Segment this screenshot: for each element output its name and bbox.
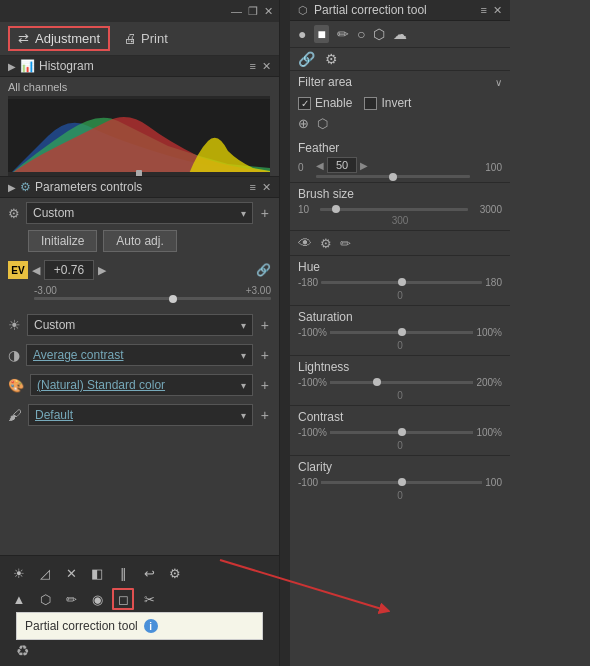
right-mask-icon[interactable]: ⬡ (317, 116, 328, 131)
contrast-right-section: Contrast -100% 100% 0 (290, 405, 510, 455)
adjustment-title-box[interactable]: ⇄ Adjustment (8, 26, 110, 51)
feather-max: 100 (474, 162, 502, 173)
params-close-icon[interactable]: ✕ (262, 181, 271, 194)
tooltip-area: Partial correction tool i (16, 612, 263, 640)
feather-value: 50 (327, 157, 357, 173)
custom-dropdown-1[interactable]: Custom ▾ (26, 202, 253, 224)
lightness-section: Lightness -100% 200% 0 (290, 355, 510, 405)
tool-clone[interactable]: ◉ (86, 588, 108, 610)
ev-slider[interactable] (0, 297, 279, 304)
ev-row: EV ◀ +0.76 ▶ 🔗 (0, 256, 279, 284)
tool-square[interactable]: ■ (314, 25, 328, 43)
contrast-max: 100% (476, 427, 502, 438)
right-close-icon[interactable]: ✕ (493, 4, 502, 17)
tool-brightness[interactable]: ☀ (8, 562, 30, 584)
toolbar-row-2: ▲ ⬡ ✏ ◉ ◻ ✂ (8, 586, 271, 612)
print-label: Print (141, 31, 168, 46)
ev-value-display: +0.76 (44, 260, 94, 280)
ev-min-label: -3.00 (34, 285, 57, 296)
invert-checkbox[interactable] (364, 97, 377, 110)
print-button[interactable]: 🖨 Print (124, 31, 168, 46)
tool-settings-right[interactable]: ⚙ (325, 51, 338, 67)
tool-dot[interactable]: ● (298, 26, 306, 42)
histogram-section-header: ▶ 📊 Histogram ≡ ✕ (0, 56, 279, 77)
tool-settings[interactable]: ⚙ (164, 562, 186, 584)
histogram-close-icon[interactable]: ✕ (262, 60, 271, 73)
add-brightness-button[interactable]: + (259, 317, 271, 333)
tool-hex[interactable]: ⬡ (373, 26, 385, 42)
recycle-row: ♻ (8, 640, 271, 662)
add-preset-button[interactable]: + (259, 205, 271, 221)
contrast-min: -100% (298, 427, 327, 438)
add-color-button[interactable]: + (259, 377, 271, 393)
enable-checkbox[interactable]: ✓ (298, 97, 311, 110)
add-contrast-button[interactable]: + (259, 347, 271, 363)
adjust-edit-icon[interactable]: ✏ (340, 236, 351, 251)
invert-checkbox-label[interactable]: Invert (364, 96, 411, 110)
maximize-button[interactable]: ❐ (248, 5, 258, 18)
tool-crop[interactable]: ◧ (86, 562, 108, 584)
params-arrow: ▶ (8, 182, 16, 193)
tool-polygon[interactable]: ⬡ (34, 588, 56, 610)
color-dropdown[interactable]: (Natural) Standard color ▾ (30, 374, 253, 396)
feather-right-arrow[interactable]: ▶ (360, 160, 368, 171)
tool-partial-correction[interactable]: ◻ (112, 588, 134, 610)
eye-icon[interactable]: 👁 (298, 235, 312, 251)
histogram-icon: 📊 (20, 59, 35, 73)
adjust-gear-icon[interactable]: ⚙ (320, 236, 332, 251)
tool-transform[interactable]: ✂ (138, 588, 160, 610)
brush-size-center: 300 (298, 215, 502, 226)
tool-circle[interactable]: ○ (357, 26, 365, 42)
tool-pencil[interactable]: ✏ (60, 588, 82, 610)
ev-left-arrow[interactable]: ◀ (32, 264, 40, 277)
brush-size-slider[interactable] (320, 203, 468, 215)
dropdown-arrow-1: ▾ (241, 208, 246, 219)
brush-size-max: 3000 (472, 204, 502, 215)
tool-link[interactable]: 🔗 (298, 51, 315, 67)
histogram-actions: ≡ ✕ (250, 60, 271, 73)
tool-wand[interactable]: ▲ (8, 588, 30, 610)
ev-icon: EV (8, 261, 28, 279)
right-menu-icon[interactable]: ≡ (481, 4, 487, 17)
custom-dropdown-2[interactable]: Custom ▾ (27, 314, 253, 336)
initialize-button[interactable]: Initialize (28, 230, 97, 252)
ev-max-label: +3.00 (246, 285, 271, 296)
brush-size-thumb (332, 205, 340, 213)
minimize-button[interactable]: — (231, 5, 242, 17)
histogram-channel-label: All channels (8, 81, 271, 93)
feather-left-arrow[interactable]: ◀ (316, 160, 324, 171)
default-dropdown[interactable]: Default ▾ (28, 404, 253, 426)
tool-undo[interactable]: ↩ (138, 562, 160, 584)
hue-center: 0 (298, 290, 502, 301)
lightness-thumb (373, 378, 381, 386)
tool-pen[interactable]: ✏ (337, 26, 349, 42)
add-default-button[interactable]: + (259, 407, 271, 423)
params-section-header: ▶ ⚙ Parameters controls ≡ ✕ (0, 176, 279, 198)
hue-label: Hue (298, 260, 320, 274)
contrast-dropdown[interactable]: Average contrast ▾ (26, 344, 253, 366)
close-button[interactable]: ✕ (264, 5, 273, 18)
invert-label: Invert (381, 96, 411, 110)
recycle-icon[interactable]: ♻ (16, 642, 29, 660)
tool-eraser[interactable]: ☁ (393, 26, 407, 42)
tool-tone[interactable]: ◿ (34, 562, 56, 584)
tool-spot[interactable]: ✕ (60, 562, 82, 584)
ev-right-arrow[interactable]: ▶ (98, 264, 106, 277)
saturation-thumb (398, 328, 406, 336)
default-dropdown-arrow: ▾ (241, 410, 246, 421)
brush-size-section: Brush size 10 3000 300 (290, 182, 510, 230)
auto-adj-button[interactable]: Auto adj. (103, 230, 176, 252)
default-label: Default (35, 408, 73, 422)
right-tool-icons-row: ● ■ ✏ ○ ⬡ ☁ (290, 21, 510, 48)
toolbar-row-1: ☀ ◿ ✕ ◧ ‖ ↩ ⚙ (8, 560, 271, 586)
feather-slider[interactable] (316, 175, 470, 178)
svg-rect-3 (136, 170, 142, 176)
params-menu-icon[interactable]: ≡ (250, 181, 256, 194)
feather-min: 0 (298, 162, 312, 173)
right-panel: ⬡ Partial correction tool ≡ ✕ ● ■ ✏ ○ ⬡ … (290, 0, 510, 666)
right-add-icon[interactable]: ⊕ (298, 116, 309, 131)
color-dropdown-arrow: ▾ (241, 380, 246, 391)
enable-checkbox-label[interactable]: ✓ Enable (298, 96, 352, 110)
histogram-menu-icon[interactable]: ≡ (250, 60, 256, 73)
tool-lines[interactable]: ‖ (112, 562, 134, 584)
